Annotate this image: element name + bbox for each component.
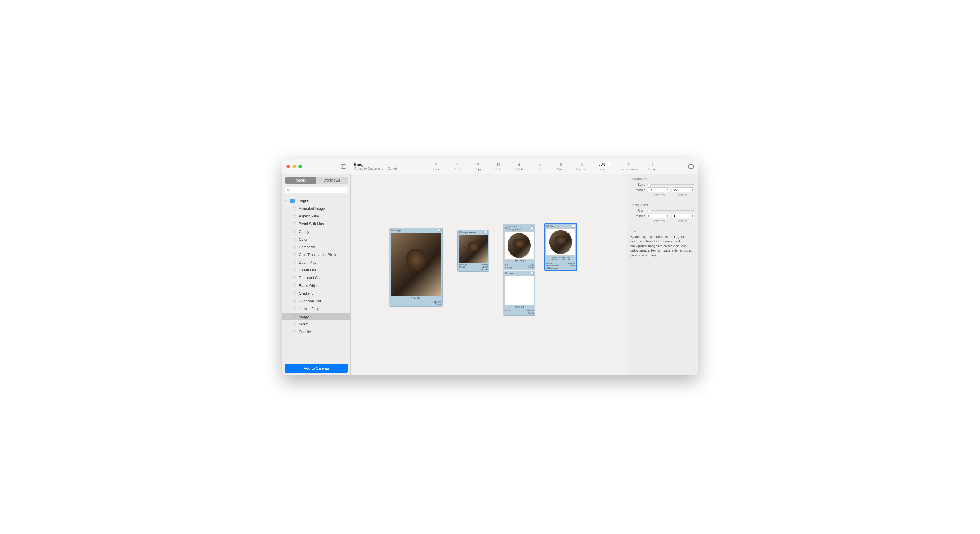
copy-button[interactable]: ⧉Copy [472,162,484,171]
tree-item-image[interactable]: Image [282,313,350,320]
redo-button[interactable]: ↷Redo [451,162,463,171]
node-image-preview [546,229,575,256]
output-port-image[interactable]: Image [526,310,534,312]
tree-item-canny[interactable]: Canny [282,228,350,235]
tree-group-images[interactable]: ▾ Images [282,197,350,205]
clear-canvas-button[interactable]: ↻Clear Canvas [619,162,638,171]
tree-item-color[interactable]: Color [282,235,350,243]
output-port-size[interactable]: Size [526,266,534,269]
output-port-size[interactable]: Size [526,312,534,314]
tree-item-blend-with-mask[interactable]: Blend With Mask [282,220,350,228]
stepper-icon[interactable]: ▲▼ [692,215,693,218]
node-type-icon [292,230,296,234]
ungroup-button[interactable]: ⊟Ungroup [576,162,588,171]
input-port-size[interactable]: Size [504,310,511,312]
zoom-select[interactable]: 50%⌄ [597,162,611,167]
undo-button[interactable]: ↶Undo [430,162,442,171]
output-port-image[interactable]: Image [567,262,575,264]
paste-button[interactable]: 📋Paste [493,162,504,171]
node-remove-background[interactable]: Remove Background˄ 783 x 793 SizeImageIm… [503,224,535,270]
svg-rect-2 [689,164,694,168]
input-port-background[interactable]: Background [546,267,560,269]
run-button[interactable]: ▶Run [534,162,546,171]
composite-icon [546,225,549,227]
tree-item-aspect-ratio[interactable]: Aspect Ratio [282,212,350,220]
background-vertical-input[interactable]: ▲▼ [671,214,695,218]
input-port-image[interactable]: Image [504,266,512,269]
background-scale-slider[interactable] [647,210,694,211]
add-to-canvas-button[interactable]: Add to Canvas [285,364,348,373]
clear-icon: ↻ [626,162,631,167]
group-button[interactable]: ⊞Group [555,162,567,171]
stepper-icon[interactable]: ▲▼ [667,188,669,191]
tree-item-guassian-blur[interactable]: Guassian Blur [282,297,350,305]
tree-item-dominant-colors[interactable]: Dominant Colors [282,274,350,282]
scale-label: Scale [630,183,645,186]
output-port-image[interactable]: Image [480,264,488,265]
node-dimensions: 783 x 793 [503,259,535,264]
search-input[interactable] [285,187,348,193]
node-color[interactable]: Color˄ 793 x 793 SizeImageSize [503,270,535,316]
collapse-button[interactable]: ˄ [438,229,441,232]
position-label: Position [630,215,645,218]
inspector-panel: Foreground Scale Position ▲▼ ▲▼ Horizont… [627,174,698,375]
node-type-icon [292,268,296,272]
tree-item-invert[interactable]: Invert [282,320,350,328]
collapse-button[interactable]: ˄ [485,231,488,234]
tree-item-composite[interactable]: Composite [282,243,350,251]
node-type-icon [292,261,296,265]
background-horizontal-input[interactable]: ▲▼ [647,214,670,218]
node-type-icon [292,299,296,303]
tree-item-desaturate[interactable]: Desaturate [282,266,350,274]
document-subtitle: Odyssey Document — Edited [354,167,397,170]
foreground-vertical-input[interactable]: ▲▼ [671,188,695,192]
minimize-window-button[interactable] [292,165,296,168]
input-port-size[interactable]: Size [459,266,467,268]
tree-item-depth-map[interactable]: Depth Map [282,259,350,266]
foreground-section-title: Foreground [630,177,694,181]
traffic-lights [282,164,350,168]
tab-workflows[interactable]: Workflows [317,177,348,184]
foreground-scale-slider[interactable] [647,184,694,185]
sidebar-toggle-icon[interactable] [341,164,346,168]
close-window-button[interactable] [286,165,290,168]
input-port-size[interactable]: Size [504,264,512,266]
tree-item-holistic-edges[interactable]: Holistic Edges [282,305,350,313]
stepper-icon[interactable]: ▲▼ [667,215,669,218]
node-image[interactable]: Image˄ 793 x 991 ImageSize [389,227,442,307]
maximize-window-button[interactable] [298,165,302,168]
svg-rect-0 [341,164,346,168]
node-composite[interactable]: Composite˄ Foreground: 940 x 940Backgrou… [544,223,577,271]
input-port-image[interactable]: Image [459,264,467,265]
node-type-icon [292,291,296,296]
inspector-toggle-icon[interactable] [688,164,698,168]
foreground-horizontal-input[interactable]: ▲▼ [647,188,670,192]
output-port-image[interactable]: Image [526,264,534,266]
node-aspect-ratio[interactable]: Aspect Ratio˄ ImageSizeImageSizeMask [457,230,489,272]
collapse-button[interactable]: ˄ [531,226,534,229]
group-icon: ⊞ [558,162,563,167]
output-port-size[interactable]: Size [433,303,441,305]
note-title: Note [630,229,694,233]
output-port-image[interactable]: Image [433,301,441,303]
node-type-icon [292,207,296,211]
stepper-icon[interactable]: ▲▼ [692,188,693,191]
tab-nodes[interactable]: Nodes [285,177,317,184]
note-text: By default, this node uses the largest d… [630,235,694,257]
output-port-size[interactable]: Size [480,266,488,268]
collapse-button[interactable]: ˄ [531,272,534,275]
output-port-size[interactable]: Size [567,265,575,267]
tree-item-gradient[interactable]: Gradient [282,289,350,297]
export-button[interactable]: ⇧Export [646,162,658,171]
tree-item-erase-object[interactable]: Erase Object [282,282,350,289]
input-port-foreground[interactable]: Foreground [546,265,560,267]
titlebar: Emoji Odyssey Document — Edited ↶Undo ↷R… [282,159,698,174]
tree-item-opacity[interactable]: Opacity [282,328,350,336]
output-port-mask[interactable]: Mask [480,268,488,270]
input-port-size[interactable]: Size [546,262,560,264]
tree-item-crop-transparent-pixels[interactable]: Crop Transparent Pixels [282,251,350,259]
canvas[interactable]: Image˄ 793 x 991 ImageSize Aspect Ratio˄… [350,174,627,375]
collapse-button[interactable]: ˄ [572,224,575,227]
tree-item-animated-image[interactable]: Animated Image [282,205,350,212]
delete-button[interactable]: 🗑Delete [514,162,525,171]
